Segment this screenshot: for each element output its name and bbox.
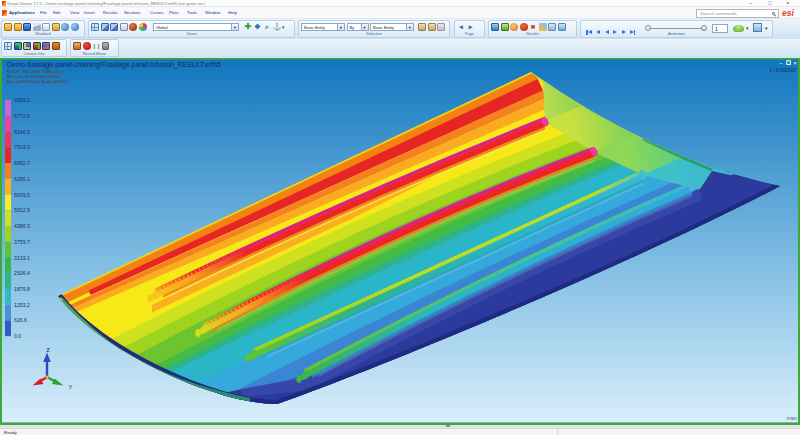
svg-text:8146.0: 8146.0 <box>14 129 30 135</box>
svg-text:626.6: 626.6 <box>14 317 27 323</box>
svg-text:Max = 9399.18 at Node 201684: Max = 9399.18 at Node 201684 <box>7 79 68 84</box>
svg-text:Y: Y <box>69 384 73 390</box>
svg-text:5639.5: 5639.5 <box>14 192 30 198</box>
svg-text:1 / 0.000000: 1 / 0.000000 <box>769 68 796 73</box>
svg-text:3133.1: 3133.1 <box>14 255 30 261</box>
svg-text:4386.3: 4386.3 <box>14 223 30 229</box>
svg-text:P2W1: P2W1 <box>787 417 797 421</box>
svg-text:1253.2: 1253.2 <box>14 302 30 308</box>
svg-text:6892.7: 6892.7 <box>14 160 30 166</box>
svg-text:Demo-fuselage-panel-chaining/F: Demo-fuselage-panel-chaining/Fuselage-pa… <box>7 61 221 69</box>
svg-text:1879.8: 1879.8 <box>14 286 30 292</box>
svg-text:3759.7: 3759.7 <box>14 239 30 245</box>
svg-text:7519.3: 7519.3 <box>14 144 30 150</box>
svg-text:8772.6: 8772.6 <box>14 113 30 119</box>
svg-text:9399.2: 9399.2 <box>14 97 30 103</box>
svg-text:×: × <box>793 60 797 66</box>
svg-text:2506.4: 2506.4 <box>14 270 30 276</box>
svg-text:Z: Z <box>46 347 50 353</box>
svg-text:6266.1: 6266.1 <box>14 176 30 182</box>
svg-text:0.0: 0.0 <box>14 333 21 339</box>
svg-text:5012.9: 5012.9 <box>14 207 30 213</box>
